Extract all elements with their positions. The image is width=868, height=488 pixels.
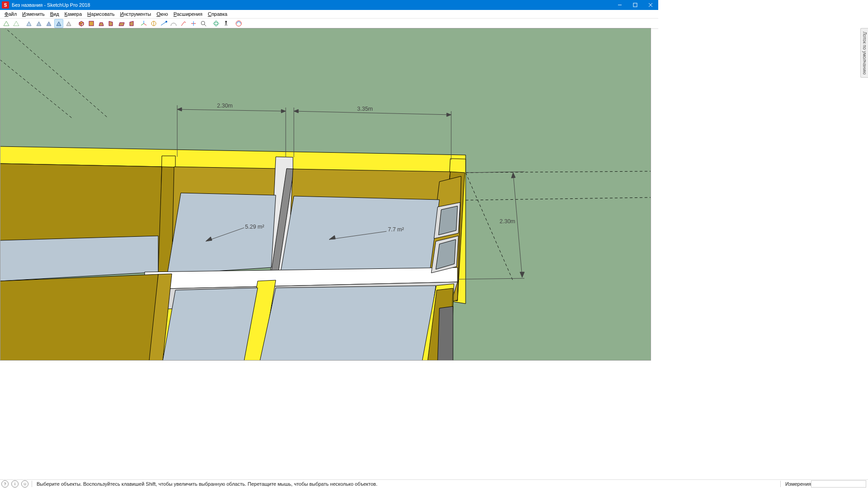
menu-tools[interactable]: Инструменты [118,11,154,17]
svg-line-24 [204,24,206,26]
style-shaded2-icon[interactable] [34,19,43,28]
svg-marker-58 [260,286,436,361]
close-button[interactable] [643,0,658,10]
svg-marker-54 [0,274,158,361]
svg-marker-9 [57,22,61,26]
top-icon[interactable] [87,19,96,28]
titlebar: S Без названия - SketchUp Pro 2018 [0,0,658,10]
area-right: 7.7 m² [388,226,404,233]
svg-line-19 [181,22,184,26]
front-icon[interactable] [97,19,106,28]
svg-point-25 [213,22,219,25]
svg-line-14 [141,23,144,25]
viewport[interactable]: 2.30m 3.35m 2.30m 5.29 m² 7.7 m² [0,28,658,369]
iso-icon[interactable] [77,19,86,28]
menu-edit[interactable]: Изменить [19,11,47,17]
left-icon[interactable] [127,19,136,28]
text-icon[interactable] [179,19,188,28]
center-icon[interactable] [189,19,198,28]
style-mono-icon[interactable] [64,19,73,28]
dim-top-right: 3.35m [357,106,373,112]
svg-marker-50 [167,193,276,274]
svg-marker-5 [14,21,19,26]
area-left: 5.29 m² [245,224,264,230]
menubar: Файл Изменить Вид Камера Нарисовать Инст… [0,10,658,19]
walk-icon[interactable] [222,19,231,28]
svg-rect-1 [633,3,637,7]
menu-extensions[interactable]: Расширения [171,11,205,17]
svg-rect-11 [89,21,94,26]
svg-marker-8 [47,22,51,26]
style-textured-icon[interactable] [54,19,63,28]
dim-top-left: 2.30m [217,103,233,109]
window-title: Без названия - SketchUp Pro 2018 [11,2,90,8]
toolbar [0,19,658,29]
minimize-button[interactable] [612,0,627,10]
orbit-icon[interactable] [212,19,221,28]
style-wire-icon[interactable] [2,19,11,28]
svg-point-23 [201,21,205,25]
style-hidden-icon[interactable] [12,19,21,28]
style-shaded3-icon[interactable] [44,19,53,28]
svg-line-29 [226,23,227,26]
protractor-icon[interactable] [169,19,178,28]
menu-view[interactable]: Вид [47,11,62,17]
svg-point-26 [215,21,217,26]
svg-marker-63 [439,206,458,235]
dim-side: 2.30m [500,218,515,225]
app-icon: S [2,1,9,9]
maximize-button[interactable] [627,0,643,10]
svg-marker-10 [66,22,71,26]
style-shaded-icon[interactable] [24,19,33,28]
svg-marker-6 [27,22,31,26]
menu-window[interactable]: Окно [154,11,171,17]
svg-marker-4 [4,21,9,26]
tape-icon[interactable] [149,19,158,28]
axes-icon[interactable] [139,19,148,28]
menu-camera[interactable]: Камера [62,11,85,17]
menu-help[interactable]: Справка [205,11,230,17]
svg-line-28 [225,23,226,26]
right-icon[interactable] [107,19,116,28]
menu-file[interactable]: Файл [2,11,19,17]
warehouse-icon[interactable] [234,19,243,28]
back-icon[interactable] [117,19,126,28]
svg-line-13 [144,23,146,25]
dimension-icon[interactable] [159,19,168,28]
svg-marker-61 [438,306,453,361]
svg-point-18 [165,21,167,23]
search-icon[interactable] [199,19,208,28]
svg-marker-7 [37,22,41,26]
svg-marker-57 [163,288,258,361]
menu-draw[interactable]: Нарисовать [85,11,117,17]
svg-line-17 [161,22,166,25]
svg-line-20 [184,22,186,23]
svg-point-27 [225,21,227,23]
